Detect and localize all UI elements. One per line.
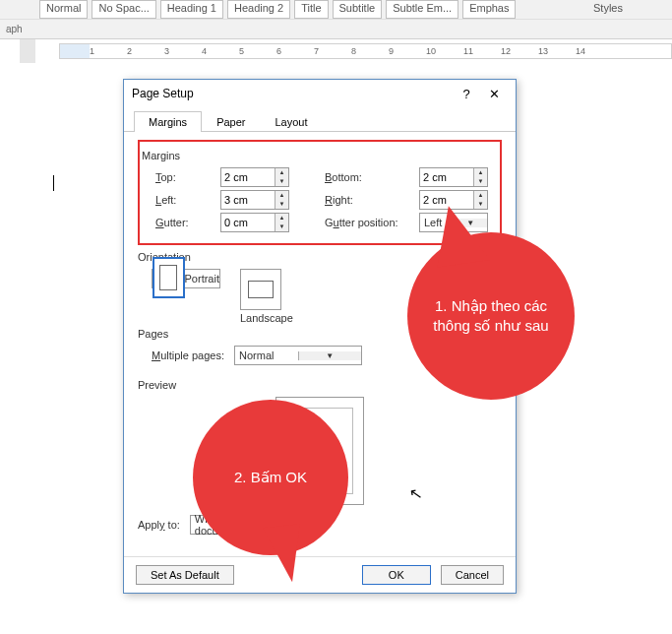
callout-2-text: 2. Bấm OK — [234, 468, 307, 487]
close-button[interactable]: ✕ — [480, 87, 508, 101]
tab-layout[interactable]: Layout — [260, 111, 322, 132]
cancel-button[interactable]: Cancel — [441, 565, 504, 585]
horizontal-ruler[interactable]: 1234567891011121314 — [59, 43, 672, 59]
dialog-titlebar[interactable]: Page Setup ? ✕ — [124, 80, 516, 107]
landscape-label: Landscape — [240, 312, 293, 324]
bottom-label: Bottom: — [325, 171, 413, 183]
tab-paper[interactable]: Paper — [202, 111, 260, 132]
dialog-button-row: Set As Default OK Cancel — [124, 556, 516, 593]
dialog-tabs: Margins Paper Layout — [124, 107, 516, 132]
callout-1-text: 1. Nhập theo các thông số như sau — [417, 296, 565, 337]
style-nospacing[interactable]: No Spac... — [92, 0, 155, 19]
style-heading1[interactable]: Heading 1 — [160, 0, 223, 19]
style-subtle-em[interactable]: Subtle Em... — [386, 0, 458, 19]
style-heading2[interactable]: Heading 2 — [227, 0, 290, 19]
ruler-tick: 2 — [127, 46, 132, 56]
left-input[interactable]: ▲▼ — [220, 190, 289, 210]
portrait-label: Portrait — [185, 273, 219, 285]
section-margins-label: Margins — [142, 150, 498, 161]
paragraph-label-fragment: aph — [6, 24, 23, 34]
spinner-down-icon[interactable]: ▼ — [275, 200, 288, 209]
gutter-position-label: Gutter position: — [325, 217, 413, 228]
ruler-tick: 14 — [576, 46, 585, 56]
spinner-up-icon[interactable]: ▲ — [474, 191, 487, 200]
ruler-tick: 4 — [202, 46, 207, 56]
chevron-down-icon[interactable]: ▼ — [298, 351, 362, 360]
orientation-landscape[interactable]: Landscape — [240, 269, 293, 324]
styles-group-label: Styles — [583, 0, 633, 19]
tab-margins[interactable]: Margins — [134, 111, 202, 132]
ribbon-styles-gallery: Normal No Spac... Heading 1 Heading 2 Ti… — [0, 0, 672, 20]
style-subtitle[interactable]: Subtitle — [333, 0, 383, 19]
vertical-ruler-stub — [20, 39, 35, 63]
annotation-callout-1: 1. Nhập theo các thông số như sau — [407, 232, 575, 400]
help-button[interactable]: ? — [453, 87, 480, 101]
style-emphasis[interactable]: Emphas — [462, 0, 516, 19]
ruler-tick: 3 — [164, 46, 169, 56]
ruler-tick: 9 — [389, 46, 394, 56]
ruler-margin-lead — [60, 44, 90, 58]
style-title[interactable]: Title — [294, 0, 328, 19]
spinner-up-icon[interactable]: ▲ — [275, 168, 288, 177]
gutter-input[interactable]: ▲▼ — [220, 213, 289, 232]
ruler-tick: 5 — [239, 46, 244, 56]
style-normal[interactable]: Normal — [39, 0, 88, 19]
set-as-default-button[interactable]: Set As Default — [136, 565, 234, 585]
ruler-tick: 6 — [276, 46, 281, 56]
dialog-title-text: Page Setup — [132, 87, 194, 100]
landscape-icon — [240, 269, 281, 310]
gutter-label: Gutter: — [155, 217, 214, 228]
spinner-down-icon[interactable]: ▼ — [275, 177, 288, 186]
top-label: Top: — [155, 171, 214, 183]
annotation-callout-2: 2. Bấm OK — [193, 400, 348, 555]
ruler-tick: 11 — [463, 46, 473, 56]
ruler-tick: 1 — [90, 46, 94, 56]
portrait-icon — [153, 257, 185, 298]
multiple-pages-select[interactable]: Normal▼ — [234, 346, 362, 365]
ribbon-lower-strip: aph — [0, 20, 672, 39]
left-label: Left: — [155, 194, 214, 206]
orientation-portrait[interactable]: Portrait — [152, 269, 220, 288]
ruler-tick: 7 — [314, 46, 319, 56]
spinner-up-icon[interactable]: ▲ — [474, 168, 487, 177]
ruler-tick: 8 — [351, 46, 356, 56]
spinner-up-icon[interactable]: ▲ — [275, 191, 288, 200]
multiple-pages-label: Multiple pages: — [152, 349, 224, 361]
ruler-area: 1234567891011121314 — [0, 39, 672, 63]
apply-to-label: Apply to: — [138, 519, 180, 531]
ruler-tick: 12 — [501, 46, 511, 56]
right-label: Right: — [325, 194, 413, 206]
top-input[interactable]: ▲▼ — [220, 167, 289, 187]
text-cursor — [53, 175, 54, 191]
spinner-down-icon[interactable]: ▼ — [474, 177, 487, 186]
ok-button[interactable]: OK — [362, 565, 431, 585]
ruler-tick: 13 — [538, 46, 548, 56]
spinner-down-icon[interactable]: ▼ — [275, 222, 288, 231]
ruler-tick: 10 — [426, 46, 436, 56]
bottom-input[interactable]: ▲▼ — [419, 167, 488, 187]
spinner-up-icon[interactable]: ▲ — [275, 214, 288, 222]
